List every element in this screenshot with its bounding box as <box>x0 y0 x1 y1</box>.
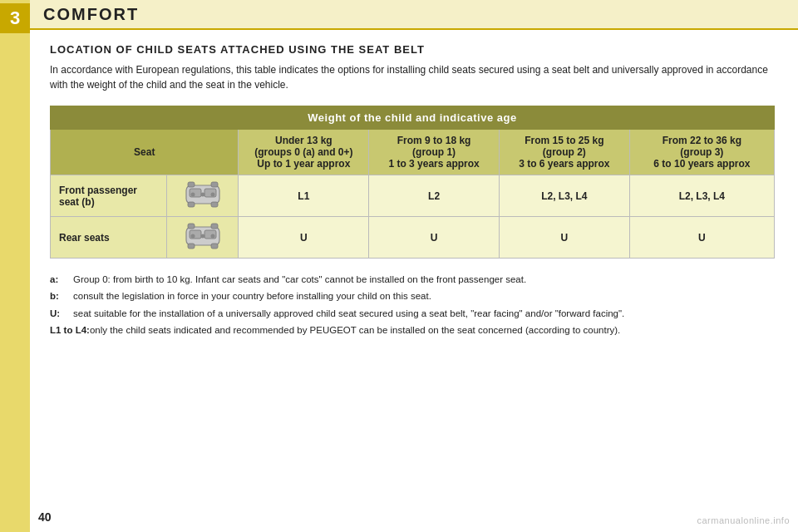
watermark: carmanualonline.info <box>697 515 790 525</box>
svg-rect-6 <box>211 202 218 207</box>
data-cell-0-3: L2, L3, L4 <box>629 175 774 217</box>
footnote-text-3: only the child seats indicated and recom… <box>90 323 775 337</box>
child-seat-table: Weight of the child and indicative age S… <box>50 106 775 259</box>
footnote-3: L1 to L4:only the child seats indicated … <box>50 323 775 337</box>
svg-rect-16 <box>211 244 218 249</box>
svg-point-7 <box>190 193 195 197</box>
data-cell-1-0: U <box>239 217 369 259</box>
svg-point-18 <box>200 234 204 239</box>
intro-text: In accordance with European regulations,… <box>50 62 775 92</box>
data-cell-1-2: U <box>499 217 629 259</box>
section-title: LOCATION OF CHILD SEATS ATTACHED USING T… <box>50 43 775 56</box>
footnotes: a:Group 0: from birth to 10 kg. Infant c… <box>50 272 775 338</box>
data-cell-0-1: L2 <box>369 175 500 217</box>
svg-rect-13 <box>188 224 195 229</box>
col-9to18-header: From 9 to 18 kg (group 1) 1 to 3 years a… <box>369 130 500 175</box>
header-bar: COMFORT <box>30 0 798 30</box>
footnote-0: a:Group 0: from birth to 10 kg. Infant c… <box>50 272 775 287</box>
svg-point-19 <box>210 234 214 239</box>
seat-cell-0: Front passenger seat (b) <box>51 175 167 217</box>
footnote-2: U:seat suitable for the installation of … <box>50 306 775 321</box>
car-icon-cell-0 <box>166 175 239 217</box>
page-title: COMFORT <box>43 5 139 24</box>
svg-point-9 <box>210 193 214 197</box>
svg-rect-14 <box>211 224 218 229</box>
footnote-text-1: consult the legislation in force in your… <box>73 288 775 303</box>
footnote-text-2: seat suitable for the installation of a … <box>73 306 775 321</box>
svg-rect-3 <box>188 182 195 187</box>
col-15to25-header: From 15 to 25 kg (group 2) 3 to 6 years … <box>499 130 629 175</box>
table-row: Front passenger seat (b) L1L2L2, L3, L4L… <box>51 175 775 217</box>
data-cell-0-0: L1 <box>239 175 369 217</box>
svg-rect-5 <box>188 202 195 207</box>
svg-point-17 <box>190 234 195 239</box>
table-main-header: Weight of the child and indicative age <box>51 106 775 130</box>
data-cell-1-3: U <box>629 217 774 259</box>
footnote-key-3: L1 to L4: <box>50 323 90 337</box>
table-row: Rear seats UUUU <box>51 217 775 259</box>
col-under13-header: Under 13 kg (groups 0 (a) and 0+) Up to … <box>239 130 369 175</box>
footnote-text-0: Group 0: from birth to 10 kg. Infant car… <box>73 272 775 287</box>
chapter-number: 3 <box>0 3 30 33</box>
data-cell-1-1: U <box>369 217 500 259</box>
data-cell-0-2: L2, L3, L4 <box>499 175 629 217</box>
seat-cell-1: Rear seats <box>51 217 167 259</box>
svg-rect-4 <box>211 182 218 187</box>
svg-point-8 <box>200 193 204 197</box>
left-sidebar: 3 <box>0 0 30 532</box>
footnote-key-1: b: <box>50 288 73 303</box>
car-icon-cell-1 <box>166 217 239 259</box>
col-seat-header: Seat <box>51 130 239 175</box>
page-number: 40 <box>30 510 52 524</box>
main-content: LOCATION OF CHILD SEATS ATTACHED USING T… <box>30 30 795 348</box>
footnote-1: b:consult the legislation in force in yo… <box>50 288 775 303</box>
footnote-key-0: a: <box>50 272 73 287</box>
footnote-key-2: U: <box>50 306 73 321</box>
col-22to36-header: From 22 to 36 kg (group 3) 6 to 10 years… <box>629 130 774 175</box>
svg-rect-15 <box>188 244 195 249</box>
